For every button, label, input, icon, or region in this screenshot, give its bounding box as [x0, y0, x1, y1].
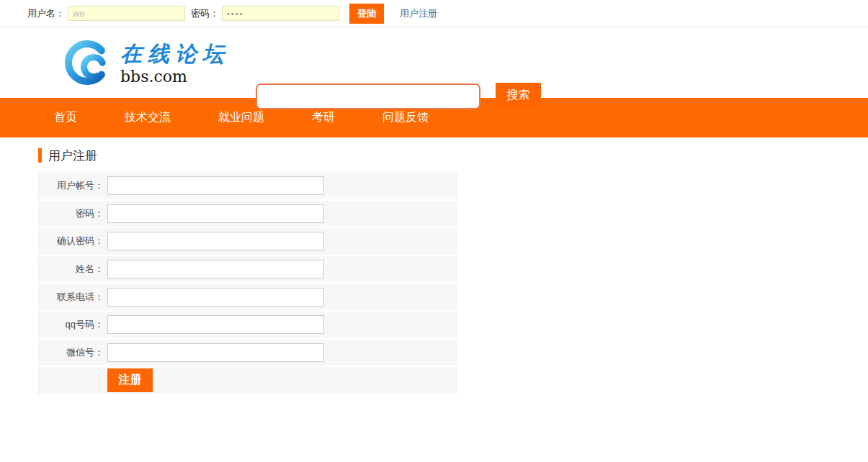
password-input[interactable]: [222, 6, 339, 21]
logo-domain: bbs.com: [120, 68, 230, 86]
double-c-logo-icon: [63, 36, 116, 89]
qq-input[interactable]: [107, 315, 324, 334]
main-content: 用户注册 用户帐号： 密码： 确认密码： 姓名： 联系电话： qq号码： 微信号…: [0, 137, 868, 395]
nav-item-home[interactable]: 首页: [54, 110, 77, 125]
form-row-name: 姓名：: [38, 256, 457, 284]
nav-item-feedback[interactable]: 问题反馈: [382, 110, 429, 125]
form-row-wechat: 微信号：: [38, 340, 457, 368]
top-login-bar: 用户名： 密码： 登陆 用户注册: [0, 0, 868, 27]
form-row-qq: qq号码：: [38, 312, 457, 340]
site-logo[interactable]: 在线论坛 bbs.com: [63, 36, 230, 89]
form-row-confirm-password: 确认密码：: [38, 228, 457, 256]
register-form: 用户帐号： 密码： 确认密码： 姓名： 联系电话： qq号码： 微信号： 注册: [38, 173, 457, 395]
form-row-account: 用户帐号：: [38, 173, 457, 201]
phone-label: 联系电话：: [39, 291, 104, 304]
nav-item-kaoyan[interactable]: 考研: [312, 110, 335, 125]
form-row-password: 密码：: [38, 201, 457, 229]
section-title: 用户注册: [38, 148, 868, 163]
account-input[interactable]: [107, 176, 324, 195]
form-row-phone: 联系电话：: [38, 284, 457, 312]
section-title-accent-bar: [38, 148, 42, 163]
confirm-password-label: 确认密码：: [39, 235, 104, 248]
login-button[interactable]: 登陆: [349, 4, 384, 24]
logo-text: 在线论坛 bbs.com: [120, 42, 230, 86]
username-input[interactable]: [68, 6, 185, 21]
nav-item-jobs[interactable]: 就业问题: [218, 110, 264, 125]
section-title-text: 用户注册: [48, 148, 97, 164]
name-label: 姓名：: [39, 263, 104, 276]
qq-label: qq号码：: [39, 318, 104, 331]
logo-title: 在线论坛: [120, 42, 230, 66]
password-label: 密码：: [191, 7, 219, 20]
wechat-label: 微信号：: [39, 346, 104, 359]
phone-input[interactable]: [107, 288, 324, 307]
confirm-password-input[interactable]: [107, 232, 324, 250]
search-input[interactable]: [256, 83, 480, 109]
submit-register-button[interactable]: 注册: [107, 368, 153, 392]
form-row-submit: 注册: [38, 367, 457, 395]
account-label: 用户帐号：: [39, 179, 104, 192]
nav-item-tech[interactable]: 技术交流: [125, 110, 171, 125]
search-button[interactable]: 搜索: [496, 83, 541, 108]
password-label: 密码：: [39, 207, 104, 220]
name-input[interactable]: [107, 260, 324, 278]
username-label: 用户名：: [27, 7, 65, 20]
wechat-input[interactable]: [107, 343, 324, 362]
site-header: 在线论坛 bbs.com 搜索: [0, 27, 868, 98]
register-link[interactable]: 用户注册: [400, 7, 437, 20]
password-input[interactable]: [107, 204, 324, 223]
